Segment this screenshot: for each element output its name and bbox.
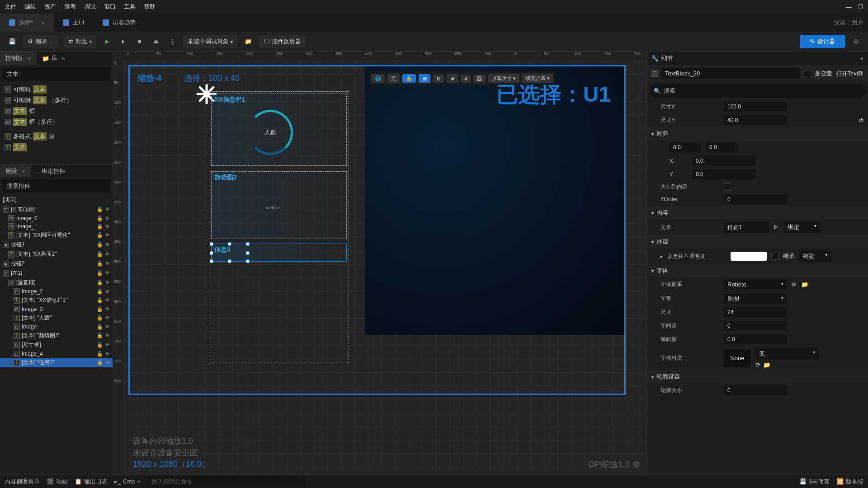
cmd-button[interactable]: ▸_Cmd ▾ — [114, 478, 140, 485]
hierarchy-root[interactable]: [演示] — [0, 195, 113, 205]
resize-handle[interactable] — [228, 242, 231, 246]
bind-select[interactable]: 绑定▾ — [799, 250, 831, 262]
info3-selected[interactable]: 信息3 — [211, 244, 347, 262]
resize-handle[interactable] — [228, 259, 231, 263]
info-panel-1[interactable]: XX信息栏1 人数 — [211, 94, 347, 166]
hierarchy-item[interactable]: T[文本] "XX界面1"🔓👁 — [0, 249, 113, 259]
resize-handle[interactable] — [246, 259, 250, 263]
maximize-icon[interactable]: ❐ — [858, 4, 863, 10]
widget-reflector-button[interactable]: 🖵 控件反射器 — [259, 35, 306, 48]
palette-item[interactable]: □文本框（多行） — [0, 117, 113, 127]
sync-icon[interactable]: ⟳ — [792, 281, 797, 288]
resize-handle[interactable] — [210, 251, 213, 255]
material-thumbnail[interactable]: None — [724, 349, 751, 367]
zorder-input[interactable]: 0 — [724, 194, 787, 204]
hierarchy-item[interactable]: □[左1]🔓👁 — [0, 268, 113, 278]
hierarchy-item[interactable]: □Image_2🔓👁 — [0, 287, 113, 296]
hierarchy-item[interactable]: T[文本] "XX信息栏1"🔓👁 — [0, 296, 113, 305]
menu-edit[interactable]: 编辑 — [24, 3, 36, 11]
trend-panel[interactable]: 趋势图2 Web Lk — [211, 171, 347, 239]
eject-icon[interactable]: ⏏ — [151, 36, 161, 47]
play-icon[interactable]: ▶ — [102, 36, 113, 47]
font-section-header[interactable]: ▾字体 — [647, 264, 868, 277]
hierarchy-item[interactable]: □Image_3🔓👁 — [0, 305, 113, 313]
library-tab[interactable]: 📁 库× — [37, 52, 71, 65]
hierarchy-item[interactable]: □Image🔓👁 — [0, 323, 113, 331]
hierarchy-item[interactable]: ▸按钮1🔓👁 — [0, 240, 113, 249]
menu-view[interactable]: 查看 — [64, 3, 76, 11]
hierarchy-item[interactable]: T[文本] "趋势图2"🔓👁 — [0, 331, 113, 340]
resize-handle[interactable] — [246, 242, 250, 246]
content-drawer-button[interactable]: 内容侧滑菜单 — [5, 478, 40, 486]
widget-name-input[interactable]: TextBlock_29 — [661, 68, 800, 79]
palette-search[interactable]: 文本 — [2, 67, 110, 81]
menu-tools[interactable]: 工具 — [124, 3, 136, 11]
menu-window[interactable]: 窗口 — [104, 3, 116, 11]
x-input[interactable]: 0.0 — [692, 156, 755, 166]
hierarchy-item[interactable]: T[文本] "XX园区可视化"🔓👁 — [0, 230, 113, 240]
palette-item[interactable]: T文本 — [0, 142, 113, 153]
font-family-select[interactable]: Roboto▾ — [724, 279, 787, 290]
menu-file[interactable]: 文件 — [5, 3, 16, 11]
stop-icon[interactable]: ■ — [134, 36, 145, 47]
appearance-section-header[interactable]: ▾外观 — [647, 235, 868, 249]
canvas[interactable]: 缩放-4 选择：100 x 40 已选择：U1 🌐 无 🔒 ▦ R ⊞ 4 🖼 … — [124, 61, 646, 474]
tab-visitor[interactable]: 访客趋势 — [94, 14, 145, 32]
step-icon[interactable]: ⏵ — [118, 36, 129, 47]
content-section-header[interactable]: ▾内容 — [647, 206, 868, 220]
minimize-icon[interactable]: — — [846, 4, 852, 10]
parent-class-label[interactable]: 父类：用户 — [834, 19, 868, 27]
graph-icon[interactable]: ⊞ — [850, 36, 861, 47]
hierarchy-item[interactable]: □Image_4🔓👁 — [0, 350, 113, 358]
debug-object-select[interactable]: 未选中调试对象 ▾ — [183, 35, 237, 48]
globe-icon[interactable]: 🌐 — [371, 74, 385, 83]
hierarchy-tab[interactable]: 层级× — [0, 165, 31, 177]
details-search[interactable]: 🔍 搜索 — [649, 84, 866, 98]
compare-button[interactable]: ⇄ 对比 ▾ — [64, 35, 96, 48]
hierarchy-item[interactable]: □Image_0🔓👁 — [0, 214, 113, 222]
compile-button[interactable]: ⚙ 编译 ⋮ — [23, 35, 58, 48]
folder-icon[interactable]: 📁 — [243, 36, 254, 47]
layout-icon[interactable]: ▦ — [419, 74, 430, 83]
palette-item[interactable]: T多格式文本块 — [0, 131, 113, 142]
sync-icon[interactable]: ⟳ — [755, 361, 760, 368]
screen-size-select[interactable]: 屏幕尺寸 ▾ — [488, 74, 519, 83]
close-icon[interactable]: × — [28, 55, 31, 62]
close-icon[interactable]: × — [22, 168, 25, 174]
inherit-checkbox[interactable] — [771, 253, 778, 260]
menu-debug[interactable]: 调试 — [84, 3, 96, 11]
open-textblock-link[interactable]: 打开TextBl — [836, 70, 863, 78]
lock-icon[interactable]: 🔒 — [402, 74, 416, 83]
palette-item[interactable]: □可编辑文本 — [0, 84, 113, 95]
hierarchy-item[interactable]: □[垂直框]🔓👁 — [0, 278, 113, 287]
menu-help[interactable]: 帮助 — [144, 3, 156, 11]
close-icon[interactable]: × — [62, 55, 66, 62]
material-select[interactable]: 无▾ — [755, 348, 819, 360]
hierarchy-item[interactable]: T[文本] "人数"🔓👁 — [0, 313, 113, 323]
fill-screen-select[interactable]: 填充屏幕 ▾ — [522, 74, 553, 83]
grid-size[interactable]: 4 — [461, 75, 471, 83]
bind-select[interactable]: 绑定▾ — [784, 221, 820, 233]
hierarchy-item[interactable]: □Image_1🔓👁 — [0, 222, 113, 230]
browse-icon[interactable]: 📁 — [801, 281, 808, 288]
resize-handle[interactable] — [246, 251, 250, 255]
close-icon[interactable]: × — [860, 55, 863, 62]
grid-icon[interactable]: ⊞ — [447, 74, 458, 83]
unsaved-indicator[interactable]: 💾3未保存 — [799, 478, 830, 486]
gear-icon[interactable]: ⚙ — [632, 460, 640, 469]
palette-item[interactable]: □可编辑文本（多行） — [0, 95, 113, 106]
image-icon[interactable]: 🖼 — [473, 75, 486, 83]
design-viewport[interactable]: 0501001502002503003504004505005506000501… — [113, 52, 646, 474]
font-size-input[interactable]: 24 — [724, 307, 787, 317]
tab-mainui[interactable]: 主UI — [54, 14, 94, 32]
font-style-select[interactable]: Bold▾ — [724, 293, 787, 304]
palette-item[interactable]: □文本框 — [0, 106, 113, 117]
hierarchy-search[interactable]: 搜索控件 — [2, 179, 110, 193]
hierarchy-item[interactable]: ▸按钮2🔓👁 — [0, 259, 113, 268]
align-y-input[interactable]: 0.0 — [706, 142, 737, 152]
browse-icon[interactable]: 📁 — [763, 361, 770, 368]
is-variable-checkbox[interactable] — [804, 70, 811, 77]
palette-tab[interactable]: 控制板× — [0, 52, 37, 65]
more-icon[interactable]: ⋮ — [167, 36, 178, 47]
resize-handle[interactable] — [210, 259, 213, 263]
